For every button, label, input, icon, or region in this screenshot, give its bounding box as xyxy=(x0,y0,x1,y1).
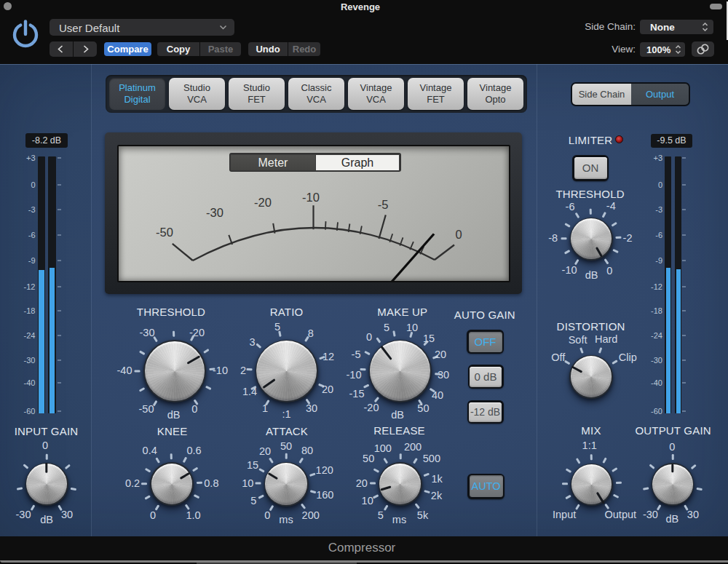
svg-text:0: 0 xyxy=(455,228,462,241)
svg-text:-20: -20 xyxy=(254,196,272,209)
svg-text:-10: -10 xyxy=(302,191,320,204)
svg-text:-50: -50 xyxy=(156,226,173,239)
svg-text:-5: -5 xyxy=(378,198,389,211)
svg-text:-30: -30 xyxy=(206,206,223,219)
